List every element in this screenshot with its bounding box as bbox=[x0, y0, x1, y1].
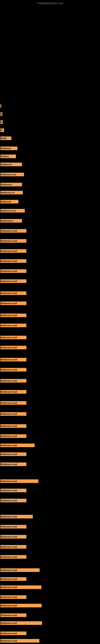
result-bar: Bottleneck res bbox=[0, 191, 23, 194]
result-bar: Bottleneck bbox=[0, 146, 17, 150]
result-label: Bottleneck result bbox=[1, 425, 17, 427]
result-bar: Bottleneck bbox=[0, 200, 18, 204]
result-label: Bottleneck result bbox=[1, 596, 17, 598]
result-label: Bottleneck resu bbox=[1, 210, 16, 212]
result-bar: Bottleneck re bbox=[0, 219, 22, 222]
result-bar: Bottlene bbox=[0, 154, 16, 158]
result-label: Bottleneck r bbox=[1, 184, 12, 186]
result-label: Bottleneck result bbox=[1, 490, 17, 492]
result-bar: Bottleneck result bbox=[0, 249, 26, 253]
result-bar: Bottleneck result bbox=[0, 525, 26, 528]
result-bar: Bottleneck result bbox=[0, 358, 26, 362]
result-bar: Bottleneck result bbox=[0, 568, 40, 572]
result-bar: Bottleneck result bbox=[0, 639, 39, 642]
result-bar: Bottleneck result bbox=[0, 379, 26, 382]
result-label: B bbox=[1, 113, 2, 115]
result-bar: Bottleneck result bbox=[0, 302, 26, 305]
result-label: Bottleneck result bbox=[1, 480, 17, 482]
result-label: Bottleneck result bbox=[1, 569, 17, 571]
result-label: Bottleneck result bbox=[1, 516, 17, 518]
result-label: Bottleneck res bbox=[1, 192, 15, 194]
result-label: Bottleneck result bbox=[1, 240, 17, 242]
result-label: Bottleneck result bbox=[1, 413, 17, 415]
site-title: TheBottlenecker.com bbox=[0, 0, 100, 6]
result-label: Bottleneck result bbox=[1, 314, 17, 316]
result-label: Bottleneck result bbox=[1, 402, 17, 404]
result-bar: Bottleneck r bbox=[0, 183, 22, 186]
result-bar: Bottleneck result bbox=[0, 545, 26, 548]
result-label: B bbox=[1, 129, 2, 132]
bars-container: BBBBottleBottleneckBottleneBottleneck rB… bbox=[0, 6, 100, 644]
result-bar: Bottleneck result bbox=[0, 424, 26, 428]
result-label: Bottleneck result bbox=[1, 280, 17, 282]
result-bar: B bbox=[0, 120, 3, 124]
result-label: Bottleneck result bbox=[1, 292, 17, 294]
result-bar: Bottleneck result bbox=[0, 292, 26, 295]
result-label: Bottleneck result bbox=[1, 260, 17, 262]
result-label: Bottleneck result bbox=[1, 526, 17, 528]
result-bar: Bottleneck result bbox=[0, 279, 26, 283]
result-label: Bottleneck result bbox=[1, 463, 17, 466]
result-bar: Bottle bbox=[0, 136, 11, 140]
result-bar: Bottleneck result bbox=[0, 462, 26, 466]
result-label: Bottleneck result bbox=[1, 622, 17, 624]
result-label: Bottleneck result bbox=[1, 250, 17, 252]
result-label: Bottleneck result bbox=[1, 444, 17, 446]
result-label: Bottleneck result bbox=[1, 302, 17, 304]
result-bar: Bottleneck result bbox=[0, 229, 26, 233]
result-bar: Bottleneck result bbox=[0, 452, 26, 456]
result-label: Bottleneck result bbox=[1, 604, 17, 607]
result-bar: Bottleneck result bbox=[0, 412, 26, 416]
result-bar: Bottleneck result bbox=[0, 390, 26, 394]
result-bar: Bottleneck result bbox=[0, 480, 38, 483]
result-label: Bottleneck result bbox=[1, 391, 17, 393]
result-label: Bottleneck result bbox=[1, 500, 17, 502]
result-label: Bottle bbox=[1, 137, 6, 140]
result-label: Bottleneck result bbox=[1, 578, 17, 580]
result-bar: Bottleneck result bbox=[0, 515, 33, 518]
result-label: Bottleneck result bbox=[1, 536, 17, 538]
result-bar: Bottleneck result bbox=[0, 632, 26, 635]
result-label: Bottleneck result bbox=[1, 369, 17, 371]
result-bar: Bottleneck result bbox=[0, 269, 26, 273]
result-bar: Bottleneck result bbox=[0, 368, 26, 372]
result-label: Bottleneck result bbox=[1, 324, 17, 327]
result-label: Bottleneck result bbox=[1, 546, 17, 548]
result-label: Bottleneck result bbox=[1, 359, 17, 361]
result-bar: Bottleneck result bbox=[0, 555, 26, 559]
result-bar: Bottleneck resu bbox=[0, 173, 24, 176]
result-bar: Bottleneck result bbox=[0, 336, 26, 339]
result-bar: Bottleneck result bbox=[0, 346, 26, 349]
result-bar: Bottleneck result bbox=[0, 489, 26, 492]
result-bar: Bottleneck result bbox=[0, 324, 26, 327]
result-label: Bottleneck r bbox=[1, 164, 12, 166]
result-label: Bottleneck result bbox=[1, 632, 17, 634]
result-label: Bottleneck result bbox=[1, 556, 17, 558]
result-bar: Bottleneck result bbox=[0, 577, 26, 581]
result-bar: Bottleneck result bbox=[0, 434, 26, 438]
result-bar: Bottleneck r bbox=[0, 162, 22, 166]
result-label: Bottleneck result bbox=[1, 346, 17, 349]
result-label: Bottleneck result bbox=[1, 336, 17, 339]
result-bar: Bottleneck result bbox=[0, 499, 26, 502]
result-bar: Bottleneck result bbox=[0, 614, 26, 617]
result-bar: Bottleneck result bbox=[0, 595, 26, 599]
result-bar: Bottleneck result bbox=[0, 401, 26, 405]
result-label: Bottleneck result bbox=[1, 380, 17, 382]
result-label: Bottleneck re bbox=[1, 220, 13, 222]
result-bar: Bottleneck result bbox=[0, 604, 42, 607]
result-bar: Bottleneck result bbox=[0, 535, 26, 538]
result-label: B bbox=[1, 121, 2, 123]
result-label: Bottleneck result bbox=[1, 614, 17, 616]
result-bar: Bottleneck result bbox=[0, 239, 26, 243]
result-bar: Bottleneck result bbox=[0, 444, 35, 447]
result-bar: Bottleneck result bbox=[0, 586, 41, 589]
result-label: Bottleneck result bbox=[1, 230, 17, 232]
result-label: Bottleneck resu bbox=[1, 174, 16, 176]
result-label: Bottleneck result bbox=[1, 453, 17, 456]
result-label: Bottlene bbox=[1, 155, 9, 158]
result-label: Bottleneck bbox=[1, 201, 11, 203]
result-bar: Bottleneck result bbox=[0, 621, 42, 625]
result-label: Bottleneck result bbox=[1, 435, 17, 437]
result-label: Bottleneck result bbox=[1, 270, 17, 272]
